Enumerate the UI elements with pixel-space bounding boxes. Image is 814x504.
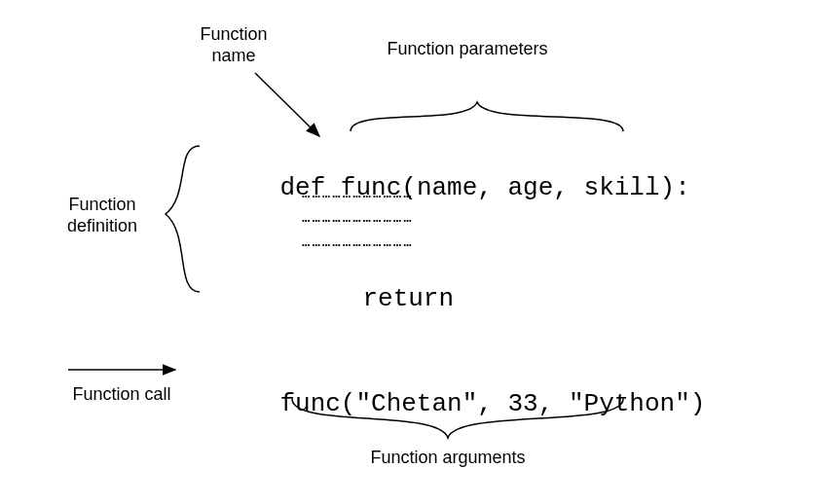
paren-close-colon: ):	[660, 173, 690, 202]
code-call-line: func("Chetan", 33, "Python")	[219, 360, 705, 448]
label-function-definition: Function definition	[54, 195, 151, 236]
diagram-stage: Function name Function parameters def fu…	[0, 0, 814, 504]
sep: ,	[477, 173, 507, 202]
label-function-arguments: Function arguments	[341, 448, 555, 469]
arrow-function-name	[255, 73, 319, 136]
arg-chetan: "Chetan"	[355, 389, 477, 418]
brace-parameters-top	[351, 102, 623, 131]
body-line-2: ……………………………	[302, 209, 414, 225]
keyword-return: return	[362, 284, 454, 313]
brace-function-definition	[166, 146, 200, 292]
label-function-parameters: Function parameters	[360, 39, 574, 60]
param-name: name	[417, 173, 477, 202]
call-name-token: func	[279, 389, 340, 418]
param-skill: skill	[584, 173, 660, 202]
code-def-line: def func(name, age, skill):	[219, 144, 690, 232]
return-line: return	[302, 255, 454, 342]
arg-33: 33	[508, 389, 538, 418]
body-line-3: ……………………………	[302, 234, 414, 249]
arg-python: "Python"	[569, 389, 690, 418]
sep: ,	[477, 389, 507, 418]
label-function-call: Function call	[63, 384, 180, 406]
body-line-1: ……………………………	[302, 185, 414, 200]
sep: ,	[538, 389, 569, 418]
call-paren-close: )	[690, 389, 706, 418]
label-function-name: Function name	[185, 24, 282, 66]
sep: ,	[553, 173, 583, 202]
param-age: age	[508, 173, 554, 202]
call-paren-open: (	[341, 389, 356, 418]
